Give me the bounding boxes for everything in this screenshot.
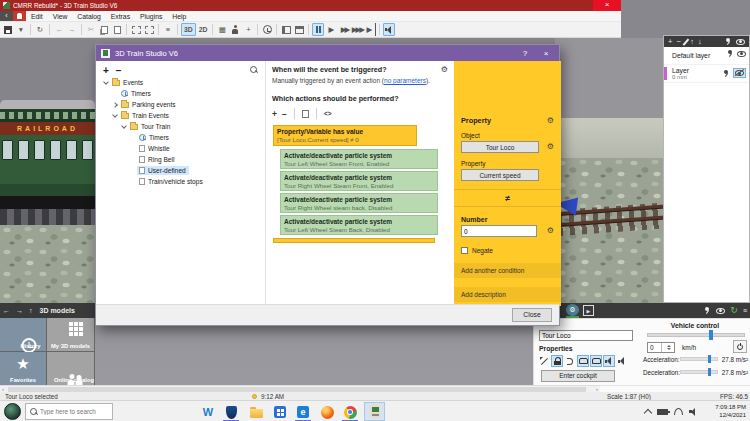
sound-on-button[interactable] [603, 355, 615, 367]
enter-cockpit-button[interactable]: Enter cockpit [541, 370, 615, 382]
add-condition-link[interactable]: Add another condition [454, 263, 561, 278]
sound-button[interactable] [383, 23, 395, 36]
chevron-down-icon[interactable] [111, 115, 119, 117]
menu-edit[interactable]: Edit [26, 11, 48, 21]
slider-thumb[interactable] [709, 330, 713, 340]
menu-help[interactable]: Help [167, 11, 191, 21]
save-dropdown[interactable]: ▾ [15, 23, 27, 36]
viewport-hscrollbar[interactable]: ‹ › [0, 385, 600, 392]
sound-off-button[interactable] [616, 355, 628, 367]
redo-button[interactable]: → [66, 23, 78, 36]
remove-event-button[interactable]: − [116, 65, 122, 76]
dialog-help-button[interactable]: ? [517, 49, 533, 58]
add-action-button[interactable]: + [272, 109, 277, 119]
edit-layer-icon[interactable] [682, 38, 688, 45]
number-input[interactable] [461, 225, 537, 237]
remove-layer-button[interactable]: − [676, 37, 680, 46]
panel-left-button[interactable] [280, 23, 292, 36]
acceleration-slider[interactable] [680, 357, 718, 361]
list-button[interactable]: ≡ [162, 23, 174, 36]
hook-button[interactable] [564, 355, 576, 367]
grid-button[interactable]: ▦ [216, 23, 228, 36]
tile-my-3d-models[interactable]: My 3D models [47, 318, 94, 351]
coupling-back-button[interactable] [590, 355, 602, 367]
panel-bottom-button[interactable] [293, 23, 305, 36]
hidden-icons-chevron[interactable] [644, 409, 652, 417]
app-icon-edge[interactable]: e [295, 404, 311, 420]
tray-clock[interactable]: 7:09:18 PM 12/4/2021 [700, 404, 746, 419]
pin-icon[interactable] [723, 70, 730, 77]
view-3d-toggle[interactable]: 3D [181, 23, 196, 36]
catalog-up-button[interactable]: ↑ [29, 307, 33, 314]
chevron-right-icon[interactable] [111, 103, 119, 107]
tree-item-tour-train[interactable]: Tour Train [96, 121, 265, 132]
settings-tab-icon[interactable]: ⚙ [566, 304, 579, 316]
network-icon[interactable] [674, 408, 683, 415]
app-icon-store[interactable] [272, 404, 288, 420]
timer-button[interactable] [261, 23, 273, 36]
fast-forward-button[interactable]: ▶▶ [338, 23, 350, 36]
add-event-button[interactable]: + [103, 65, 109, 76]
close-button[interactable]: Close [512, 308, 552, 322]
skip-end-button[interactable]: ▶ [364, 23, 376, 36]
dialog-title-bar[interactable]: 3D Train Studio V6 ? × [96, 45, 559, 61]
eye-icon[interactable] [736, 39, 745, 45]
layer-row-layer[interactable]: Layer 0 mm [664, 65, 749, 83]
tree-item-timers-2[interactable]: Timers [96, 132, 265, 143]
app-icon-wordweb[interactable]: W [200, 404, 216, 420]
media-tab-icon[interactable]: ▶ [583, 305, 594, 316]
negate-checkbox[interactable] [461, 247, 468, 254]
speed-stepper[interactable] [661, 343, 675, 352]
view-2d-toggle[interactable]: 2D [197, 23, 210, 36]
catalog-forward-button[interactable]: → [16, 307, 23, 314]
visibility-icon[interactable] [737, 51, 746, 57]
catalog-back-button[interactable]: ← [3, 307, 10, 314]
condition-block[interactable]: Property/Variable has value [Tour Loco.C… [273, 125, 417, 146]
add-layer-button[interactable]: + [668, 37, 672, 46]
save-button[interactable] [2, 23, 14, 36]
tile-history[interactable]: History [0, 318, 46, 351]
refresh-icon[interactable]: ↻ [730, 306, 738, 315]
menu-view[interactable]: View [48, 11, 73, 21]
no-parameters-link[interactable]: no parameters [384, 77, 426, 84]
add-description-link[interactable]: Add description [454, 287, 561, 302]
slider-thumb[interactable] [708, 368, 711, 376]
hamburger-menu-icon[interactable]: ≡ [743, 307, 747, 314]
faster-forward-button[interactable]: ▶▶▶ [351, 23, 363, 36]
battery-icon[interactable] [657, 409, 668, 415]
volume-icon[interactable] [689, 408, 698, 416]
gear-icon[interactable]: ⚙ [547, 117, 554, 125]
lock-button[interactable] [551, 355, 563, 367]
tree-item-events[interactable]: Events [96, 77, 265, 88]
chevron-down-icon[interactable] [102, 82, 110, 84]
copy-action-icon[interactable] [302, 110, 309, 118]
tree-item-parking-events[interactable]: Parking events [96, 99, 265, 110]
start-button[interactable] [4, 403, 21, 420]
pin-icon[interactable] [704, 307, 711, 314]
tree-item-user-defined[interactable]: User-defined [96, 165, 265, 176]
gear-icon[interactable]: ⚙ [441, 66, 448, 74]
coupling-front-button[interactable] [577, 355, 589, 367]
layer-up-button[interactable]: ↑ [690, 37, 694, 46]
copy-button[interactable] [98, 23, 110, 36]
back-button[interactable]: ‹ [0, 11, 13, 21]
undo-button[interactable]: ← [53, 23, 65, 36]
action-block[interactable]: Activate/deactivate particle system Tour… [280, 215, 438, 235]
tree-item-timers[interactable]: Timers [96, 88, 265, 99]
tree-item-ring-bell[interactable]: Ring Bell [96, 154, 265, 165]
action-block[interactable]: Activate/deactivate particle system Tour… [280, 193, 438, 213]
layer-down-button[interactable]: ↓ [698, 37, 702, 46]
gear-icon[interactable]: ⚙ [547, 143, 554, 151]
gear-icon[interactable]: ⚙ [547, 227, 554, 235]
move-mode-button[interactable] [538, 355, 550, 367]
menu-plugins[interactable]: Plugins [135, 11, 167, 21]
pause-button[interactable] [312, 23, 324, 36]
visibility-toggle[interactable] [733, 68, 746, 78]
add-button[interactable]: + [242, 23, 254, 36]
sync-button[interactable]: ↻ [34, 23, 46, 36]
tree-item-train-vehicle-stops[interactable]: Train/vehicle stops [96, 176, 265, 187]
train-app-button[interactable] [13, 11, 26, 21]
eye-icon[interactable] [716, 308, 725, 314]
select-rect-button[interactable] [130, 23, 142, 36]
tile-online-catalog[interactable]: Online catalog [47, 352, 94, 385]
